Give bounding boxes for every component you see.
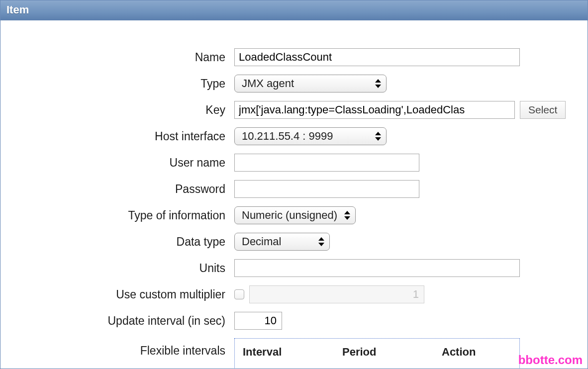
type-of-information-select[interactable]: Numeric (unsigned) xyxy=(234,206,356,224)
host-interface-select[interactable]: 10.211.55.4 : 9999 xyxy=(234,127,387,145)
user-name-input[interactable] xyxy=(234,154,419,172)
col-interval: Interval xyxy=(243,346,342,359)
label-units: Units xyxy=(0,262,234,275)
watermark: bbotte.com xyxy=(518,353,583,367)
host-interface-value: 10.211.55.4 : 9999 xyxy=(242,130,333,143)
chevron-updown-icon xyxy=(318,237,324,246)
label-update-interval: Update interval (in sec) xyxy=(0,314,234,328)
update-interval-input[interactable] xyxy=(234,312,282,330)
label-name: Name xyxy=(0,51,234,64)
password-input[interactable] xyxy=(234,180,419,198)
chevron-updown-icon xyxy=(344,211,350,220)
col-period: Period xyxy=(342,346,442,359)
key-input[interactable] xyxy=(234,101,515,119)
label-key: Key xyxy=(0,103,234,117)
chevron-updown-icon xyxy=(375,132,381,141)
label-custom-multiplier: Use custom multiplier xyxy=(0,288,234,301)
type-select-value: JMX agent xyxy=(242,77,294,90)
label-data-type: Data type xyxy=(0,235,234,249)
label-password: Password xyxy=(0,183,234,196)
label-type-information: Type of information xyxy=(0,209,234,222)
chevron-updown-icon xyxy=(375,79,381,88)
name-input[interactable] xyxy=(234,48,520,66)
label-flexible-intervals: Flexible intervals xyxy=(0,338,234,358)
custom-multiplier-input xyxy=(249,285,424,303)
type-select[interactable]: JMX agent xyxy=(234,75,387,92)
use-custom-multiplier-checkbox[interactable] xyxy=(234,289,244,299)
select-button[interactable]: Select xyxy=(520,101,566,119)
flexible-intervals-header: Interval Period Action xyxy=(243,346,511,359)
flexible-intervals-box: Interval Period Action No flexible inter… xyxy=(234,338,520,369)
label-host-interface: Host interface xyxy=(0,130,234,143)
data-type-select[interactable]: Decimal xyxy=(234,233,330,251)
label-type: Type xyxy=(0,77,234,91)
type-of-information-value: Numeric (unsigned) xyxy=(242,209,337,222)
panel-title: Item xyxy=(0,0,588,20)
data-type-value: Decimal xyxy=(242,235,281,248)
item-form: Name Type JMX agent Key Select Host inte… xyxy=(0,20,588,369)
units-input[interactable] xyxy=(234,259,520,277)
label-user-name: User name xyxy=(0,156,234,170)
item-panel: Item Name Type JMX agent Key Select xyxy=(0,0,588,369)
col-action: Action xyxy=(442,346,511,359)
